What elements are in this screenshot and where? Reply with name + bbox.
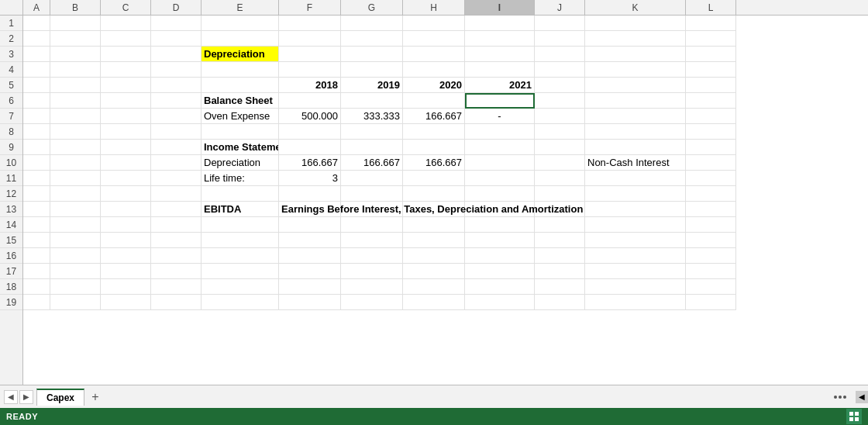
cell-a12[interactable] (23, 186, 50, 202)
cell-d3[interactable] (151, 47, 202, 62)
cell-e10[interactable]: Depreciation (202, 155, 279, 171)
cell-b15[interactable] (50, 233, 101, 248)
cell-a10[interactable] (23, 155, 50, 171)
cell-e2[interactable] (202, 31, 279, 47)
cell-e16[interactable] (202, 248, 279, 264)
sheet-tab-capex[interactable]: Capex (36, 389, 84, 406)
grid-view-icon[interactable] (846, 409, 862, 424)
cell-d14[interactable] (151, 217, 202, 233)
cell-h9[interactable] (403, 140, 465, 155)
cell-a17[interactable] (23, 264, 50, 279)
cell-b4[interactable] (50, 62, 101, 78)
cell-i7[interactable]: - (465, 109, 535, 124)
cell-f4[interactable] (279, 62, 341, 78)
cell-a9[interactable] (23, 140, 50, 155)
cell-i5[interactable]: 2021 (465, 78, 535, 93)
col-header-d[interactable]: D (151, 0, 202, 15)
cell-j14[interactable] (535, 217, 585, 233)
row-num-2[interactable]: 2 (0, 31, 22, 47)
cell-g16[interactable] (341, 248, 403, 264)
cell-j4[interactable] (535, 62, 585, 78)
cell-e8[interactable] (202, 124, 279, 140)
cell-c1[interactable] (101, 16, 151, 31)
cell-e6[interactable]: Balance Sheet (202, 93, 279, 109)
col-header-b[interactable]: B (50, 0, 101, 15)
cell-i9[interactable] (465, 140, 535, 155)
row-num-14[interactable]: 14 (0, 217, 22, 233)
cell-k3[interactable] (585, 47, 686, 62)
cell-b14[interactable] (50, 217, 101, 233)
cell-g9[interactable] (341, 140, 403, 155)
cell-d10[interactable] (151, 155, 202, 171)
cell-a11[interactable] (23, 171, 50, 186)
cell-b9[interactable] (50, 140, 101, 155)
col-header-g[interactable]: G (341, 0, 403, 15)
cell-l2[interactable] (686, 31, 736, 47)
cell-k8[interactable] (585, 124, 686, 140)
cell-a19[interactable] (23, 295, 50, 310)
cell-k10[interactable]: Non-Cash Interest (585, 155, 686, 171)
nav-right-icon[interactable]: ▶ (19, 390, 33, 404)
col-header-k[interactable]: K (585, 0, 686, 15)
cell-h5[interactable]: 2020 (403, 78, 465, 93)
cell-k7[interactable] (585, 109, 686, 124)
cell-j12[interactable] (535, 186, 585, 202)
cell-i3[interactable] (465, 47, 535, 62)
cell-e19[interactable] (202, 295, 279, 310)
cell-c3[interactable] (101, 47, 151, 62)
cell-l15[interactable] (686, 233, 736, 248)
cell-a8[interactable] (23, 124, 50, 140)
cell-l10[interactable] (686, 155, 736, 171)
cell-f16[interactable] (279, 248, 341, 264)
cell-i17[interactable] (465, 264, 535, 279)
cell-l16[interactable] (686, 248, 736, 264)
cell-g3[interactable] (341, 47, 403, 62)
cell-j3[interactable] (535, 47, 585, 62)
cell-i14[interactable] (465, 217, 535, 233)
col-header-a[interactable]: A (23, 0, 50, 15)
cell-k19[interactable] (585, 295, 686, 310)
cell-k18[interactable] (585, 279, 686, 295)
row-num-18[interactable]: 18 (0, 279, 22, 295)
cell-f19[interactable] (279, 295, 341, 310)
cell-l6[interactable] (686, 93, 736, 109)
cell-e4[interactable] (202, 62, 279, 78)
cell-h11[interactable] (403, 171, 465, 186)
cell-l18[interactable] (686, 279, 736, 295)
cell-c2[interactable] (101, 31, 151, 47)
cell-f15[interactable] (279, 233, 341, 248)
cell-i19[interactable] (465, 295, 535, 310)
cell-e7[interactable]: Oven Expense (202, 109, 279, 124)
cell-e3[interactable]: Depreciation (202, 47, 279, 62)
cell-d8[interactable] (151, 124, 202, 140)
cell-i2[interactable] (465, 31, 535, 47)
cell-i6[interactable] (465, 93, 535, 109)
cell-l17[interactable] (686, 264, 736, 279)
cell-g6[interactable] (341, 93, 403, 109)
nav-left-icon[interactable]: ◀ (4, 390, 18, 404)
row-num-8[interactable]: 8 (0, 124, 22, 140)
cell-a3[interactable] (23, 47, 50, 62)
cell-e14[interactable] (202, 217, 279, 233)
cell-c11[interactable] (101, 171, 151, 186)
cell-k9[interactable] (585, 140, 686, 155)
cell-k12[interactable] (585, 186, 686, 202)
cell-e17[interactable] (202, 264, 279, 279)
row-num-7[interactable]: 7 (0, 109, 22, 124)
cell-j16[interactable] (535, 248, 585, 264)
cell-k11[interactable] (585, 171, 686, 186)
cell-j5[interactable] (535, 78, 585, 93)
cell-f10[interactable]: 166.667 (279, 155, 341, 171)
cell-g5[interactable]: 2019 (341, 78, 403, 93)
cell-c9[interactable] (101, 140, 151, 155)
cell-g15[interactable] (341, 233, 403, 248)
cell-l19[interactable] (686, 295, 736, 310)
cell-h2[interactable] (403, 31, 465, 47)
cell-f17[interactable] (279, 264, 341, 279)
cell-l8[interactable] (686, 124, 736, 140)
cell-l5[interactable] (686, 78, 736, 93)
cell-d5[interactable] (151, 78, 202, 93)
cell-j15[interactable] (535, 233, 585, 248)
row-num-16[interactable]: 16 (0, 248, 22, 264)
cell-f6[interactable] (279, 93, 341, 109)
